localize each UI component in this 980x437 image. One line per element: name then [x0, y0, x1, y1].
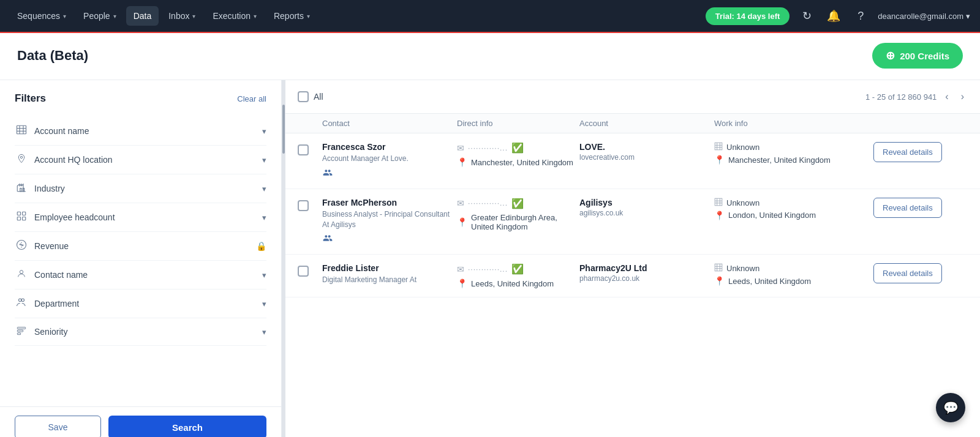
- help-button[interactable]: ?: [851, 6, 870, 26]
- location-row-0: 📍 Manchester, United Kingdom: [457, 157, 579, 167]
- nav-execution-label: Execution: [213, 11, 250, 21]
- work-info-cell-2: Unknown 📍 Leeds, United Kingdom: [714, 263, 873, 286]
- contact-title-2: Digital Marketing Manager At: [322, 275, 457, 285]
- filter-department-right: ▾: [262, 299, 266, 308]
- person-icon: [15, 268, 28, 282]
- chevron-down-icon: ▾: [262, 127, 266, 136]
- nav-sequences[interactable]: Sequences ▾: [10, 6, 74, 26]
- results-area: All 1 - 25 of 12 860 941 ‹ › Contact Dir…: [285, 80, 980, 437]
- filter-account-name-right: ▾: [262, 127, 266, 136]
- email-dots-2: ············...: [468, 265, 508, 274]
- filter-department-left: Department: [15, 297, 79, 310]
- chat-button[interactable]: 💬: [936, 393, 965, 422]
- chevron-down-icon: ▾: [262, 327, 266, 337]
- save-button[interactable]: Save: [15, 416, 101, 437]
- filter-seniority-label: Seniority: [34, 327, 67, 337]
- filter-industry-label: Industry: [34, 184, 65, 193]
- account-name-0: LOVE.: [579, 142, 714, 152]
- contact-title-0: Account Manager At Love.: [322, 154, 457, 164]
- prev-page-button[interactable]: ‹: [941, 89, 952, 105]
- reveal-button-2[interactable]: Reveal details: [873, 263, 942, 283]
- table-row: Fraser McPherson Business Analyst - Prin…: [285, 189, 980, 255]
- work-location-icon-2: 📍: [714, 276, 725, 286]
- filter-contact-name-left: Contact name: [15, 268, 88, 282]
- location-icon-0: 📍: [457, 157, 467, 167]
- nav-execution[interactable]: Execution ▾: [205, 6, 263, 26]
- chat-icon: 💬: [943, 400, 959, 415]
- help-icon: ?: [858, 10, 864, 23]
- work-location-0: Manchester, United Kingdom: [728, 155, 831, 165]
- contact-social-icon-1: [322, 233, 457, 245]
- svg-point-5: [20, 156, 22, 158]
- department-icon: [15, 297, 28, 310]
- filter-contact-name-label: Contact name: [34, 270, 88, 280]
- chevron-down-icon: ▾: [262, 213, 266, 222]
- sidebar-footer: Save Search: [0, 406, 281, 437]
- select-all-area: All: [298, 91, 323, 102]
- next-page-button[interactable]: ›: [957, 89, 968, 105]
- nav-data[interactable]: Data: [126, 6, 159, 26]
- work-location-row-1: 📍 London, United Kingdom: [714, 211, 873, 220]
- nav-reports[interactable]: Reports ▾: [266, 6, 317, 26]
- filter-account-name[interactable]: Account name ▾: [15, 117, 266, 146]
- notification-button[interactable]: 🔔: [824, 6, 843, 26]
- contact-name-1: Fraser McPherson: [322, 198, 457, 207]
- nav-people[interactable]: People ▾: [76, 6, 124, 26]
- filter-account-hq-right: ▾: [262, 155, 266, 165]
- row-checkbox-2[interactable]: [298, 266, 309, 277]
- row-checkbox-0[interactable]: [298, 144, 309, 155]
- filter-employee-headcount[interactable]: Employee headcount ▾: [15, 203, 266, 232]
- svg-rect-17: [17, 327, 25, 329]
- main-layout: Filters Clear all Account name ▾: [0, 80, 980, 437]
- top-navigation: Sequences ▾ People ▾ Data Inbox ▾ Execut…: [0, 0, 980, 32]
- th-actions: [873, 119, 971, 128]
- svg-rect-11: [17, 217, 20, 220]
- filters-title: Filters: [15, 92, 46, 105]
- nav-data-label: Data: [134, 11, 152, 21]
- row-checkbox-1[interactable]: [298, 200, 309, 211]
- work-location-icon-0: 📍: [714, 155, 725, 165]
- refresh-button[interactable]: ↻: [797, 6, 816, 26]
- filters-content: Filters Clear all Account name ▾: [0, 80, 281, 406]
- work-company-row-1: Unknown: [714, 198, 873, 208]
- filter-revenue-label: Revenue: [34, 241, 69, 251]
- email-row-2: ✉ ············... ✅: [457, 263, 579, 275]
- filter-contact-name[interactable]: Contact name ▾: [15, 261, 266, 289]
- bell-icon: 🔔: [827, 9, 840, 23]
- svg-rect-12: [23, 217, 26, 220]
- reveal-button-0[interactable]: Reveal details: [873, 142, 942, 162]
- work-location-1: London, United Kingdom: [728, 211, 816, 220]
- location-icon-1: 📍: [457, 217, 467, 227]
- chevron-down-icon: ▾: [262, 271, 266, 280]
- nav-sequences-label: Sequences: [17, 11, 60, 21]
- svg-rect-9: [17, 212, 20, 215]
- th-work-info: Work info: [714, 119, 873, 128]
- filter-department[interactable]: Department ▾: [15, 289, 266, 318]
- user-menu[interactable]: deancarolle@gmail.com ▾: [878, 12, 970, 21]
- filter-seniority[interactable]: Seniority ▾: [15, 318, 266, 346]
- svg-point-14: [20, 271, 23, 274]
- select-all-checkbox[interactable]: [298, 91, 309, 102]
- trial-button[interactable]: Trial: 14 days left: [706, 7, 790, 25]
- revenue-icon: [15, 239, 28, 253]
- scroll-divider: [282, 80, 285, 437]
- work-building-icon-1: [714, 198, 723, 208]
- filter-employee-headcount-label: Employee headcount: [34, 212, 115, 222]
- chevron-down-icon: ▾: [262, 155, 266, 165]
- chevron-down-icon: ▾: [262, 184, 266, 193]
- filter-revenue[interactable]: Revenue 🔒: [15, 232, 266, 261]
- th-contact: Contact: [322, 119, 457, 128]
- credits-label: 200 Credits: [900, 51, 949, 61]
- nav-inbox[interactable]: Inbox ▾: [161, 6, 203, 26]
- search-button[interactable]: Search: [108, 416, 266, 437]
- all-label: All: [314, 92, 323, 102]
- filter-account-hq[interactable]: Account HQ location ▾: [15, 146, 266, 174]
- filter-industry[interactable]: Industry ▾: [15, 174, 266, 203]
- direct-info-cell-2: ✉ ············... ✅ 📍 Leeds, United King…: [457, 263, 579, 288]
- reveal-button-1[interactable]: Reveal details: [873, 198, 942, 218]
- credits-button[interactable]: ⊕ 200 Credits: [872, 43, 963, 69]
- svg-rect-25: [715, 198, 722, 206]
- results-toolbar: All 1 - 25 of 12 860 941 ‹ ›: [285, 80, 980, 114]
- clear-all-button[interactable]: Clear all: [237, 94, 266, 103]
- work-location-row-2: 📍 Leeds, United Kingdom: [714, 276, 873, 286]
